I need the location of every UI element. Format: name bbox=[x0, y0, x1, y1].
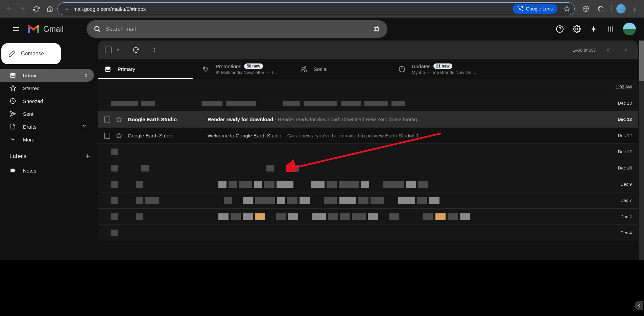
svg-rect-12 bbox=[13, 30, 19, 31]
gmail-m-icon bbox=[27, 24, 40, 34]
content-area: ▼ 1–50 of 657 Primary Promotions50 new I… bbox=[98, 41, 644, 260]
address-bar[interactable]: mail.google.com/mail/u/0/#inbox Google L… bbox=[57, 2, 575, 15]
svg-rect-15 bbox=[374, 27, 377, 28]
refresh-button[interactable] bbox=[129, 43, 143, 57]
mail-row[interactable]: Dec 4 bbox=[98, 225, 638, 241]
mail-row-welcome[interactable]: Google Earth Studio Welcome to Google Ea… bbox=[98, 128, 638, 144]
tab-updates[interactable]: Updates21 new Myntra — Top Brands Now On… bbox=[392, 59, 638, 79]
scrollbar[interactable] bbox=[639, 41, 644, 260]
svg-point-40 bbox=[204, 68, 205, 69]
svg-point-38 bbox=[153, 50, 154, 51]
mail-row[interactable]: Dec 4 bbox=[98, 209, 638, 225]
tab-primary[interactable]: Primary bbox=[98, 59, 196, 79]
add-label-icon[interactable]: + bbox=[86, 152, 90, 161]
svg-point-29 bbox=[608, 28, 609, 29]
home-button[interactable] bbox=[44, 3, 55, 15]
svg-rect-10 bbox=[13, 27, 19, 28]
select-all-checkbox[interactable] bbox=[105, 47, 112, 53]
browser-menu-icon[interactable] bbox=[629, 3, 641, 15]
svg-rect-16 bbox=[378, 27, 380, 28]
search-bar[interactable] bbox=[87, 20, 387, 38]
row-date: Dec 12 bbox=[608, 133, 632, 138]
svg-marker-45 bbox=[116, 116, 122, 122]
url-text[interactable]: mail.google.com/mail/u/0/#inbox bbox=[73, 6, 508, 12]
label-notes[interactable]: Notes bbox=[0, 164, 94, 177]
pencil-icon bbox=[8, 50, 16, 57]
svg-point-13 bbox=[95, 26, 99, 31]
search-options-icon[interactable] bbox=[368, 21, 385, 37]
tab-social[interactable]: Social bbox=[294, 59, 392, 79]
gmail-header: Gmail bbox=[0, 18, 644, 41]
mail-row[interactable]: 1:02 AM bbox=[98, 79, 638, 95]
browser-profile-avatar[interactable] bbox=[616, 4, 626, 14]
back-button bbox=[3, 3, 15, 15]
search-icon[interactable] bbox=[89, 21, 105, 37]
row-sender: Google Earth Studio bbox=[128, 116, 202, 122]
apps-icon[interactable] bbox=[603, 22, 618, 36]
compose-button[interactable]: Compose bbox=[1, 43, 61, 64]
bookmark-star-icon[interactable] bbox=[562, 3, 572, 14]
settings-icon[interactable] bbox=[570, 22, 584, 36]
compose-label: Compose bbox=[21, 51, 44, 57]
svg-rect-3 bbox=[66, 9, 68, 9]
main-menu-icon[interactable] bbox=[8, 21, 24, 37]
search-input[interactable] bbox=[105, 26, 368, 32]
svg-point-39 bbox=[153, 51, 154, 52]
nav-more[interactable]: More bbox=[0, 133, 94, 146]
gmail-text: Gmail bbox=[43, 25, 64, 34]
account-avatar[interactable] bbox=[623, 23, 636, 35]
svg-rect-11 bbox=[13, 29, 19, 29]
svg-rect-20 bbox=[375, 28, 376, 30]
mail-row[interactable]: Dec 7 bbox=[98, 192, 638, 209]
svg-rect-19 bbox=[376, 29, 379, 29]
nav-drafts[interactable]: Drafts 21 bbox=[0, 120, 94, 133]
support-icon[interactable] bbox=[553, 22, 567, 36]
nav-inbox[interactable]: Inbox 1 bbox=[0, 69, 94, 82]
row-checkbox[interactable] bbox=[104, 133, 110, 139]
svg-point-26 bbox=[608, 27, 609, 28]
tab-promotions[interactable]: Promotions50 new IK Multimedia Newslette… bbox=[196, 59, 294, 79]
label-icon bbox=[9, 167, 16, 174]
nav-starred[interactable]: Starred bbox=[0, 82, 94, 95]
row-subject: Welcome to Google Earth Studio! - Great … bbox=[208, 133, 603, 138]
mail-row[interactable]: Dec 10 bbox=[98, 160, 638, 176]
scrollbar-thumb[interactable] bbox=[639, 41, 644, 81]
mail-row[interactable]: Dec 13 bbox=[98, 95, 638, 111]
extensions-icon[interactable] bbox=[595, 3, 606, 15]
svg-rect-18 bbox=[374, 29, 375, 29]
star-icon bbox=[9, 85, 16, 91]
select-dropdown-icon[interactable]: ▼ bbox=[116, 48, 120, 52]
svg-point-31 bbox=[612, 28, 613, 29]
mail-row[interactable]: Dec 12 bbox=[98, 144, 638, 160]
nav-snoozed[interactable]: Snoozed bbox=[0, 95, 94, 107]
gemini-icon[interactable] bbox=[587, 22, 601, 36]
people-icon bbox=[300, 66, 308, 73]
row-checkbox[interactable] bbox=[104, 116, 110, 123]
row-subject: Render ready for download - Render ready… bbox=[208, 116, 603, 122]
row-star-icon[interactable] bbox=[116, 132, 122, 139]
category-tabs: Primary Promotions50 new IK Multimedia N… bbox=[98, 59, 638, 79]
translate-icon[interactable] bbox=[580, 3, 592, 15]
mail-row-render-ready[interactable]: Google Earth Studio Render ready for dow… bbox=[98, 111, 638, 128]
row-star-icon[interactable] bbox=[116, 116, 122, 123]
svg-point-30 bbox=[610, 28, 611, 29]
svg-marker-35 bbox=[10, 85, 16, 91]
gmail-logo[interactable]: Gmail bbox=[27, 24, 64, 34]
more-actions-icon[interactable] bbox=[147, 43, 161, 57]
chevron-down-icon bbox=[9, 136, 16, 142]
svg-line-14 bbox=[99, 30, 100, 32]
svg-point-27 bbox=[610, 27, 611, 28]
svg-point-0 bbox=[65, 8, 65, 8]
next-page-button[interactable] bbox=[620, 45, 631, 55]
svg-point-9 bbox=[635, 10, 636, 11]
site-info-icon[interactable] bbox=[63, 6, 69, 12]
google-lens-button[interactable]: Google Lens bbox=[512, 4, 557, 14]
primary-tab-icon bbox=[104, 66, 112, 73]
mail-row[interactable]: Dec 9 bbox=[98, 176, 638, 192]
prev-page-button[interactable] bbox=[603, 45, 614, 55]
reload-button[interactable] bbox=[30, 3, 42, 15]
labels-header: Labels + bbox=[0, 146, 98, 164]
row-sender: Google Earth Studio bbox=[128, 133, 202, 138]
nav-sent[interactable]: Sent bbox=[0, 107, 94, 120]
svg-point-41 bbox=[302, 67, 304, 69]
